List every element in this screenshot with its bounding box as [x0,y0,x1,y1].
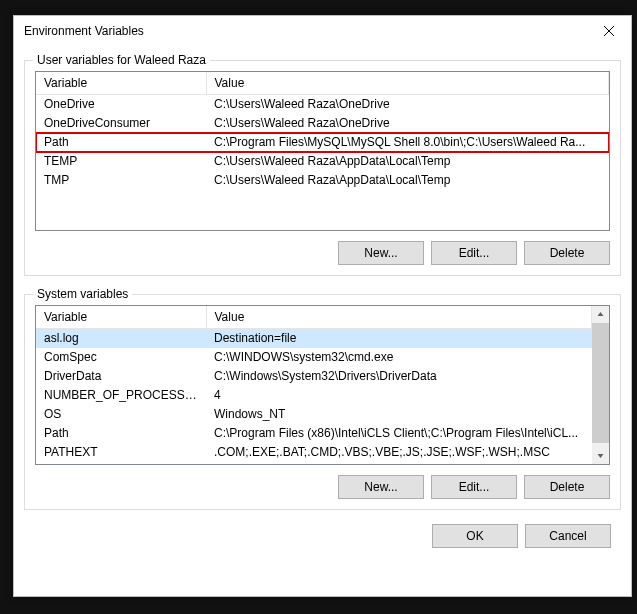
cell-variable: OneDriveConsumer [36,114,206,133]
system-variables-group: System variables Variable Value asl.logD… [24,294,621,510]
system-variables-label: System variables [33,287,132,301]
system-col-value[interactable]: Value [206,306,592,329]
cell-variable: TMP [36,171,206,190]
cell-value: C:\Users\Waleed Raza\AppData\Local\Temp [206,152,609,171]
cell-variable: PATHEXT [36,443,206,462]
cell-variable: Path [36,424,206,443]
system-buttons-row: New... Edit... Delete [35,475,610,499]
cell-value: Windows_NT [206,405,592,424]
user-col-variable[interactable]: Variable [36,72,206,95]
cell-variable: NUMBER_OF_PROCESSORS [36,386,206,405]
cell-variable: ComSpec [36,348,206,367]
cell-value: C:\Program Files (x86)\Intel\iCLS Client… [206,424,592,443]
cell-value: .COM;.EXE;.BAT;.CMD;.VBS;.VBE;.JS;.JSE;.… [206,443,592,462]
ok-button[interactable]: OK [432,524,518,548]
cell-variable: DriverData [36,367,206,386]
environment-variables-dialog: Environment Variables User variables for… [13,15,632,597]
table-row[interactable]: PathC:\Program Files\MySQL\MySQL Shell 8… [36,133,609,152]
user-edit-button[interactable]: Edit... [431,241,517,265]
cell-variable: TEMP [36,152,206,171]
user-buttons-row: New... Edit... Delete [35,241,610,265]
cell-value: C:\Users\Waleed Raza\OneDrive [206,114,609,133]
scroll-up-button[interactable] [592,306,609,323]
cancel-button[interactable]: Cancel [525,524,611,548]
cell-value: C:\Users\Waleed Raza\AppData\Local\Temp [206,171,609,190]
cell-variable: OS [36,405,206,424]
scroll-down-button[interactable] [592,447,609,464]
cell-value: C:\Windows\System32\Drivers\DriverData [206,367,592,386]
user-delete-button[interactable]: Delete [524,241,610,265]
system-new-button[interactable]: New... [338,475,424,499]
user-variables-label: User variables for Waleed Raza [33,53,210,67]
table-row[interactable]: TEMPC:\Users\Waleed Raza\AppData\Local\T… [36,152,609,171]
cell-variable: OneDrive [36,95,206,114]
system-edit-button[interactable]: Edit... [431,475,517,499]
table-row[interactable]: DriverDataC:\Windows\System32\Drivers\Dr… [36,367,592,386]
table-row[interactable]: TMPC:\Users\Waleed Raza\AppData\Local\Te… [36,171,609,190]
system-col-variable[interactable]: Variable [36,306,206,329]
table-row[interactable]: NUMBER_OF_PROCESSORS4 [36,386,592,405]
scroll-thumb[interactable] [592,323,609,443]
table-row[interactable]: PathC:\Program Files (x86)\Intel\iCLS Cl… [36,424,592,443]
cell-variable: Path [36,133,206,152]
cell-value: C:\WINDOWS\system32\cmd.exe [206,348,592,367]
cell-value: 4 [206,386,592,405]
system-variables-table[interactable]: Variable Value asl.logDestination=fileCo… [35,305,610,465]
close-button[interactable] [586,16,631,46]
user-col-value[interactable]: Value [206,72,609,95]
user-variables-table[interactable]: Variable Value OneDriveC:\Users\Waleed R… [35,71,610,231]
close-icon [604,26,614,36]
user-new-button[interactable]: New... [338,241,424,265]
table-row[interactable]: OSWindows_NT [36,405,592,424]
cell-value: C:\Users\Waleed Raza\OneDrive [206,95,609,114]
cell-value: Destination=file [206,329,592,348]
dialog-footer: OK Cancel [24,510,621,548]
scroll-track[interactable] [592,323,609,447]
titlebar: Environment Variables [14,16,631,46]
window-title: Environment Variables [24,24,144,38]
cell-variable: asl.log [36,329,206,348]
table-row[interactable]: ComSpecC:\WINDOWS\system32\cmd.exe [36,348,592,367]
dialog-body: User variables for Waleed Raza Variable … [14,46,631,596]
table-row[interactable]: PATHEXT.COM;.EXE;.BAT;.CMD;.VBS;.VBE;.JS… [36,443,592,462]
system-delete-button[interactable]: Delete [524,475,610,499]
table-row[interactable]: OneDriveC:\Users\Waleed Raza\OneDrive [36,95,609,114]
user-variables-group: User variables for Waleed Raza Variable … [24,60,621,276]
table-row[interactable]: asl.logDestination=file [36,329,592,348]
table-row[interactable]: OneDriveConsumerC:\Users\Waleed Raza\One… [36,114,609,133]
cell-value: C:\Program Files\MySQL\MySQL Shell 8.0\b… [206,133,609,152]
system-scrollbar[interactable] [592,306,609,464]
